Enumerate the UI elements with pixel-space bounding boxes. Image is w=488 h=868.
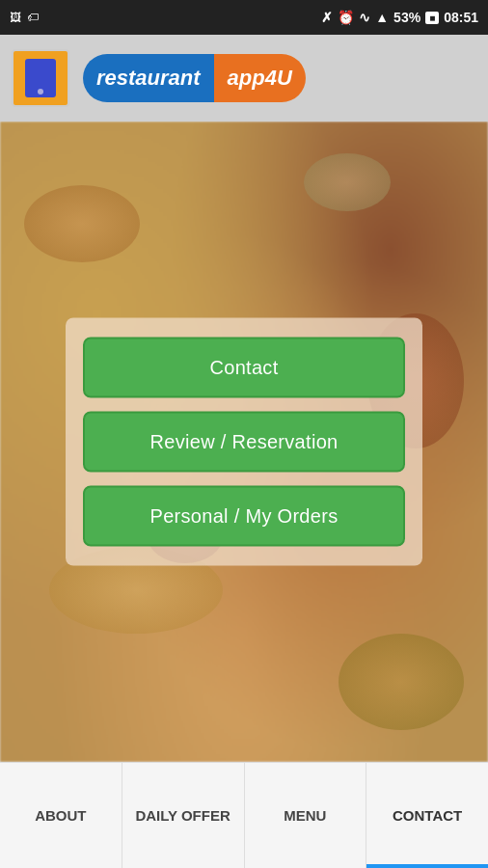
wifi-icon: ∿ [359,10,370,25]
logo-restaurant: restaurant [83,54,214,102]
food-patch-4 [304,153,391,211]
tablet-icon [25,59,56,97]
logo-app4u: app4U [214,54,306,102]
food-patch-5 [339,634,464,730]
contact-button[interactable]: Contact [83,338,405,398]
review-reservation-button[interactable]: Review / Reservation [83,412,405,473]
main-content: Contact Review / Reservation Personal / … [0,122,488,762]
battery-percent: 53% [393,10,420,25]
nav-menu[interactable]: MENU [245,763,367,868]
header: restaurant app4U [0,35,488,122]
app-icon [12,49,69,107]
status-left-icons: 🖼 🏷 [10,11,39,24]
battery-icon: ■ [425,12,439,24]
alarm-icon: ⏰ [338,10,354,25]
signal-icon: ▲ [375,10,389,25]
bottom-nav: ABOUT DAILY OFFER MENU CONTACT [0,762,488,868]
shopping-icon: 🏷 [27,11,39,24]
logo: restaurant app4U [83,54,306,102]
menu-card: Contact Review / Reservation Personal / … [66,318,422,566]
image-icon: 🖼 [10,11,21,24]
nav-daily-offer[interactable]: DAILY OFFER [122,763,245,868]
clock: 08:51 [444,10,478,25]
nav-contact[interactable]: CONTACT [366,763,488,868]
bluetooth-icon: ✗ [321,10,333,25]
personal-orders-button[interactable]: Personal / My Orders [83,486,405,547]
nav-about[interactable]: ABOUT [0,763,122,868]
status-right-info: ✗ ⏰ ∿ ▲ 53% ■ 08:51 [321,10,478,25]
status-bar: 🖼 🏷 ✗ ⏰ ∿ ▲ 53% ■ 08:51 [0,0,488,35]
